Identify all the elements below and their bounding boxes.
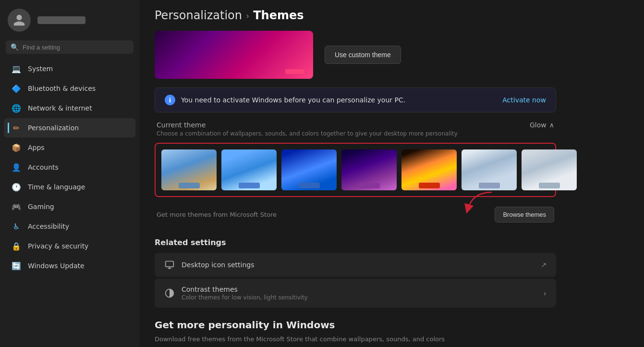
sidebar-label-bluetooth: Bluetooth & devices [28, 85, 96, 92]
theme-card-taskbar [479, 183, 500, 188]
search-input[interactable] [23, 44, 129, 51]
chevron-right-icon: › [544, 289, 547, 298]
nav-icon-network: 🌐 [12, 103, 21, 113]
username-bar [37, 16, 85, 24]
nav-icon-time: 🕐 [12, 182, 21, 192]
current-theme-header: Current theme Choose a combination of wa… [155, 121, 556, 137]
sidebar-label-accounts: Accounts [28, 163, 59, 171]
nav-icon-gaming: 🎮 [12, 202, 21, 211]
nav-icon-accounts: 👤 [12, 162, 21, 172]
get-more-text: Get more themes from Microsoft Store [157, 211, 277, 218]
sidebar-item-network[interactable]: 🌐 Network & internet [4, 99, 135, 118]
settings-item-contrast-themes[interactable]: Contrast themes Color themes for low vis… [155, 279, 556, 308]
activation-left: i You need to activate Windows before yo… [165, 95, 405, 105]
activation-banner: i You need to activate Windows before yo… [155, 87, 556, 112]
theme-card-theme6[interactable] [462, 149, 517, 190]
theme-card-taskbar [419, 183, 440, 188]
use-custom-theme-button[interactable]: Use custom theme [325, 46, 401, 64]
nav-icon-privacy: 🔒 [12, 241, 21, 251]
settings-item-text: Desktop icon settings [182, 261, 255, 269]
nav-icon-windows-update: 🔄 [12, 261, 21, 271]
avatar[interactable] [8, 9, 31, 32]
settings-item-left: Desktop icon settings [164, 260, 255, 270]
breadcrumb-parent[interactable]: Personalization [155, 9, 242, 22]
settings-item-icon-contrast-themes [164, 288, 175, 298]
main-content: Personalization › Themes Use custom them… [139, 0, 644, 347]
svg-rect-0 [166, 261, 174, 267]
sidebar-label-privacy: Privacy & security [28, 242, 88, 250]
current-theme-subtitle: Choose a combination of wallpapers, soun… [157, 130, 458, 137]
settings-item-sublabel: Color themes for low vision, light sensi… [182, 294, 308, 301]
themes-grid [161, 149, 549, 190]
nav-icon-system: 💻 [12, 64, 21, 74]
themes-grid-container [155, 143, 556, 197]
nav-icon-accessibility: ♿ [12, 222, 21, 231]
theme-card-theme3[interactable] [281, 149, 337, 190]
sidebar-item-personalization[interactable]: ✏️ Personalization [4, 118, 135, 137]
nav-icon-apps: 📦 [12, 143, 21, 152]
nav-icon-bluetooth: 🔷 [12, 84, 21, 93]
theme-card-taskbar [179, 183, 200, 188]
settings-item-label: Contrast themes [182, 285, 308, 293]
sidebar-item-accounts[interactable]: 👤 Accounts [4, 158, 135, 177]
sidebar-item-bluetooth[interactable]: 🔷 Bluetooth & devices [4, 79, 135, 98]
sidebar: 🔍 💻 System 🔷 Bluetooth & devices 🌐 Netwo… [0, 0, 139, 347]
settings-item-text: Contrast themes Color themes for low vis… [182, 285, 308, 301]
desktop-icon [165, 260, 174, 270]
sidebar-item-accessibility[interactable]: ♿ Accessibility [4, 217, 135, 236]
more-personality-section: Get more personality in Windows Download… [155, 310, 556, 344]
sidebar-label-time: Time & language [28, 183, 85, 191]
external-link-icon: ↗ [541, 261, 547, 269]
sidebar-item-windows-update[interactable]: 🔄 Windows Update [4, 256, 135, 275]
more-personality-title: Get more personality in Windows [155, 319, 556, 331]
breadcrumb: Personalization › Themes [155, 9, 556, 22]
sidebar-label-network: Network & internet [28, 104, 92, 112]
collapse-label: Glow [530, 121, 547, 129]
theme-card-taskbar [299, 183, 320, 188]
search-box[interactable]: 🔍 [6, 40, 134, 54]
sidebar-item-time[interactable]: 🕐 Time & language [4, 177, 135, 197]
breadcrumb-sep: › [246, 11, 249, 21]
sidebar-label-system: System [28, 65, 53, 73]
sidebar-item-gaming[interactable]: 🎮 Gaming [4, 197, 135, 216]
activation-message: You need to activate Windows before you … [181, 96, 405, 104]
theme-card-theme2[interactable] [221, 149, 277, 190]
user-icon [12, 13, 26, 27]
theme-card-theme5[interactable] [401, 149, 457, 190]
sidebar-item-privacy[interactable]: 🔒 Privacy & security [4, 236, 135, 256]
related-settings-title: Related settings [155, 238, 556, 247]
chevron-up-icon: ∧ [549, 121, 554, 129]
arrow-annotation [463, 190, 501, 214]
settings-item-left: Contrast themes Color themes for low vis… [164, 285, 308, 301]
breadcrumb-current: Themes [253, 9, 304, 22]
contrast-icon [165, 288, 174, 298]
theme-card-theme4[interactable] [341, 149, 397, 190]
theme-card-theme7[interactable] [522, 149, 577, 190]
theme-preview-image [155, 31, 313, 79]
sidebar-header [0, 0, 139, 38]
info-icon: i [165, 95, 175, 105]
related-settings-list: Desktop icon settings ↗ Contrast themes … [155, 253, 556, 308]
sidebar-label-windows-update: Windows Update [28, 262, 85, 270]
sidebar-label-gaming: Gaming [28, 203, 54, 211]
sidebar-item-apps[interactable]: 📦 Apps [4, 138, 135, 157]
sidebar-label-accessibility: Accessibility [28, 223, 69, 230]
theme-card-taskbar [359, 183, 380, 188]
theme-card-theme1[interactable] [161, 149, 217, 190]
sidebar-label-apps: Apps [28, 144, 45, 151]
sidebar-label-personalization: Personalization [28, 124, 79, 132]
theme-card-taskbar [539, 183, 560, 188]
activate-now-link[interactable]: Activate now [502, 96, 546, 104]
browse-themes-button[interactable]: Browse themes [495, 207, 554, 223]
theme-card-taskbar [239, 183, 260, 188]
current-theme-info: Current theme Choose a combination of wa… [157, 121, 458, 137]
settings-item-icon-desktop-icons [164, 260, 175, 270]
search-icon: 🔍 [11, 43, 19, 51]
more-personality-desc: Download free themes from the Microsoft … [155, 335, 556, 344]
nav-icon-personalization: ✏️ [12, 123, 21, 133]
get-more-row: Get more themes from Microsoft Store Bro… [155, 203, 556, 226]
current-theme-collapse[interactable]: Glow ∧ [530, 121, 554, 129]
settings-item-label: Desktop icon settings [182, 261, 255, 269]
sidebar-item-system[interactable]: 💻 System [4, 59, 135, 78]
settings-item-desktop-icons[interactable]: Desktop icon settings ↗ [155, 253, 556, 277]
